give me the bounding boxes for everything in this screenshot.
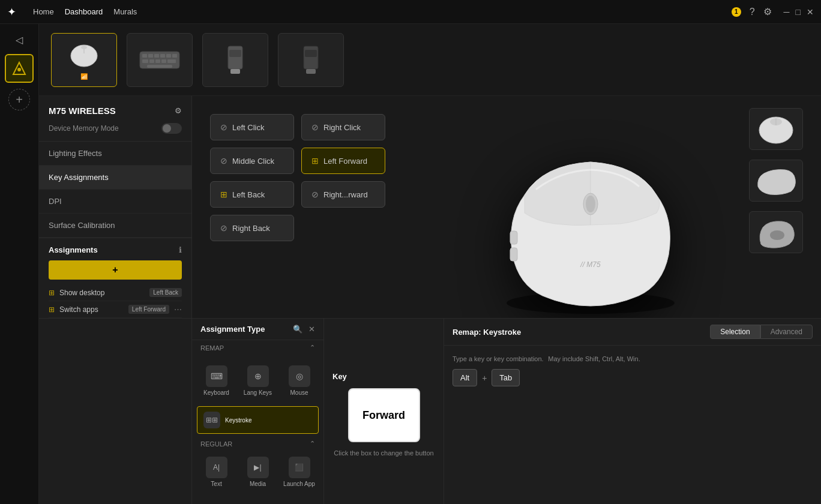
main-layout: ◁ + 📶 [0, 24, 821, 504]
mouse-type-icon: ◎ [289, 365, 310, 387]
remap-type-grid: ⌨ Keyboard ⊕ Lang Keys ◎ Mouse [192, 355, 323, 406]
mouse-side-view-1[interactable] [749, 160, 803, 202]
type-media[interactable]: ▶| Media [238, 451, 277, 493]
device-mouse[interactable]: 📶 [51, 33, 117, 87]
button-left-click-label: Left Click [232, 123, 264, 132]
assignment-more-icon[interactable]: ⋯ [174, 305, 182, 314]
svg-rect-11 [172, 54, 177, 58]
tab-advanced[interactable]: Advanced [760, 325, 813, 339]
add-assignment-button[interactable]: + [49, 260, 182, 280]
remap-tabs: Selection Advanced [710, 325, 813, 339]
keystroke-display: Alt + Tab [453, 369, 813, 386]
nav-home[interactable]: Home [33, 5, 54, 19]
maximize-button[interactable]: □ [796, 7, 801, 17]
type-lang-keys[interactable]: ⊕ Lang Keys [238, 360, 277, 401]
window-controls: ─ □ ✕ [784, 7, 814, 17]
nav-dashboard[interactable]: Dashboard [65, 5, 103, 19]
topbar-right: 1 ? ⚙ ─ □ ✕ [732, 6, 814, 17]
tab-selection[interactable]: Selection [710, 325, 760, 339]
key-chip-alt: Alt [453, 369, 477, 386]
svg-rect-9 [160, 54, 165, 58]
button-right-click[interactable]: ⊘ Right Click [301, 114, 385, 140]
icon-sidebar: ◁ + [0, 24, 39, 504]
main-canvas: ⊘ Left Click ⊘ Right Click ⊘ Middle Clic… [192, 96, 821, 318]
minimize-button[interactable]: ─ [784, 7, 790, 17]
type-keyboard[interactable]: ⌨ Keyboard [197, 360, 236, 401]
nav-dpi[interactable]: DPI [39, 190, 191, 214]
button-right-back-label: Right Back [232, 224, 270, 233]
button-middle-click[interactable]: ⊘ Middle Click [210, 148, 294, 174]
bottom-panels: Assignment Type 🔍 ✕ REMAP ⌃ ⌨ Keyboard [39, 318, 821, 504]
device-name-label: M75 WIRELESS [49, 106, 116, 116]
svg-rect-12 [142, 59, 148, 63]
remap-instruction-main: Type a key or key combination. [453, 355, 544, 362]
assignment-type-panel: Assignment Type 🔍 ✕ REMAP ⌃ ⌨ Keyboard [192, 319, 324, 504]
regular-section-header: REGULAR ⌃ [192, 436, 323, 451]
key-display[interactable]: Forward [348, 388, 420, 442]
button-left-click[interactable]: ⊘ Left Click [210, 114, 294, 140]
assignment-icon-0: ⊞ [49, 289, 55, 297]
search-icon[interactable]: 🔍 [293, 325, 302, 334]
key-icon-left-forward: ⊞ [311, 156, 319, 166]
help-icon[interactable]: ? [750, 7, 755, 17]
svg-rect-28 [510, 248, 517, 261]
notification-badge[interactable]: 1 [732, 7, 741, 17]
svg-rect-17 [147, 65, 172, 68]
nav-surface[interactable]: Surface Calibration [39, 214, 191, 238]
keystroke-icon: ⊞⊞ [203, 412, 220, 428]
device-mode-label: Device Memory Mode [49, 124, 119, 133]
remap-panel: Remap: Keystroke Selection Advanced Type… [444, 319, 821, 504]
text-type-icon: A| [206, 457, 227, 478]
profile-icon[interactable] [5, 54, 34, 83]
nav-key-assignments[interactable]: Key Assignments [39, 166, 191, 190]
regular-collapse-icon[interactable]: ⌃ [310, 440, 315, 448]
assignment-item-0: ⊞ Show desktop Left Back [49, 284, 182, 301]
remap-label: REMAP [200, 344, 224, 352]
add-profile-button[interactable]: + [8, 89, 30, 110]
svg-point-26 [586, 196, 595, 212]
bottom-left-assignments [39, 319, 192, 504]
button-right-click-label: Right Click [323, 123, 361, 132]
type-keystroke[interactable]: ⊞⊞ Keystroke [197, 406, 319, 434]
info-icon[interactable]: ℹ [179, 245, 182, 254]
close-panel-icon[interactable]: ✕ [308, 325, 315, 334]
svg-point-33 [770, 230, 784, 240]
device-usb2[interactable] [278, 33, 344, 87]
device-keyboard[interactable] [127, 33, 193, 87]
button-right-back[interactable]: ⊘ Right Back [210, 215, 294, 241]
settings-icon[interactable]: ⚙ [763, 6, 772, 17]
svg-rect-13 [149, 59, 154, 63]
lang-keys-type-label: Lang Keys [244, 389, 272, 396]
nav-lighting[interactable]: Lighting Effects [39, 142, 191, 166]
type-mouse[interactable]: ◎ Mouse [280, 360, 319, 401]
svg-rect-20 [229, 50, 241, 57]
device-mode-toggle[interactable] [161, 123, 182, 134]
device-settings-icon[interactable]: ⚙ [175, 106, 182, 115]
sidebar-toggle[interactable]: ◁ [8, 29, 30, 50]
device-mode: Device Memory Mode [39, 121, 191, 142]
left-panel: M75 WIRELESS ⚙ Device Memory Mode Lighti… [39, 96, 192, 318]
type-launch-app[interactable]: ⬛ Launch App [280, 451, 319, 493]
button-left-back[interactable]: ⊞ Left Back [210, 181, 294, 208]
remap-collapse-icon[interactable]: ⌃ [310, 344, 315, 352]
svg-point-4 [81, 46, 87, 49]
key-hint: Click the box to change the button [325, 449, 442, 457]
type-text[interactable]: A| Text [197, 451, 236, 493]
svg-rect-16 [167, 59, 176, 63]
mouse-side-view-2[interactable] [749, 211, 803, 253]
usb2-thumbnail [290, 45, 332, 75]
remap-title: Remap: Keystroke [453, 328, 521, 337]
svg-rect-15 [161, 59, 166, 63]
keystroke-label: Keystroke [225, 417, 251, 424]
ban-icon-rb: ⊘ [220, 223, 227, 233]
nav-murals[interactable]: Murals [113, 5, 137, 19]
launch-app-type-icon: ⬛ [289, 457, 310, 478]
key-chip-tab: Tab [492, 369, 520, 386]
remap-instruction-hint: May include Shift, Ctrl, Alt, Win. [548, 355, 640, 362]
mouse-top-view[interactable] [749, 108, 803, 150]
close-button[interactable]: ✕ [807, 7, 814, 17]
mouse-3d-image: // M75 [477, 147, 705, 315]
device-usb1[interactable] [202, 33, 268, 87]
svg-text:// M75: // M75 [580, 260, 601, 269]
svg-rect-19 [230, 69, 240, 74]
